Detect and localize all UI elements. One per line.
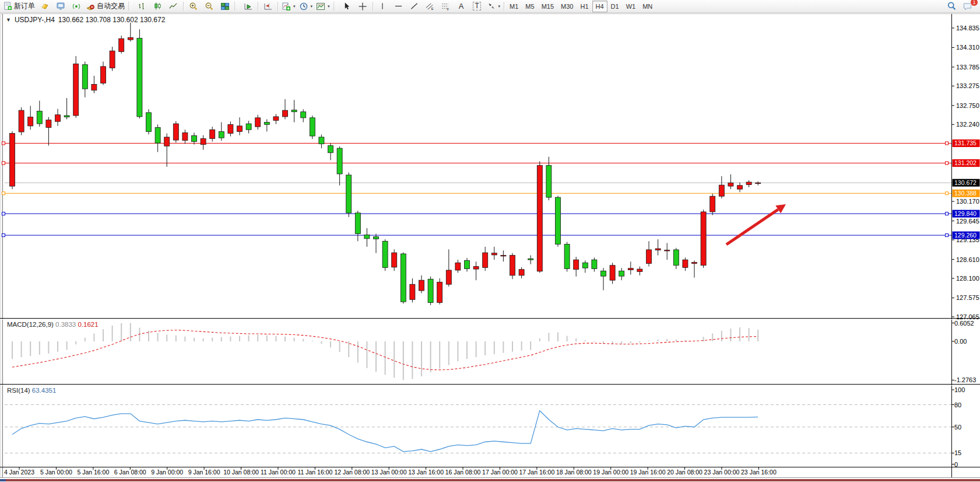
- chart-shift-button[interactable]: [260, 0, 276, 12]
- timeframe-d1[interactable]: D1: [607, 1, 623, 12]
- timeframe-h4[interactable]: H4: [592, 1, 607, 12]
- svg-text:13 Jan 16:00: 13 Jan 16:00: [408, 469, 444, 476]
- zoom-in-button[interactable]: [185, 0, 201, 12]
- indicators-icon: [282, 2, 291, 11]
- svg-text:RSI(14) 63.4351: RSI(14) 63.4351: [7, 387, 56, 394]
- svg-text:-1.2763: -1.2763: [954, 376, 976, 383]
- svg-text:100: 100: [954, 386, 965, 393]
- timeframe-mn[interactable]: MN: [639, 1, 656, 12]
- bar-chart-mode-button[interactable]: [134, 0, 150, 12]
- template-icon: [316, 2, 325, 11]
- periods-button[interactable]: ▾: [297, 0, 315, 12]
- cursor-arrow-icon: [343, 2, 352, 11]
- svg-text:5 Jan 16:00: 5 Jan 16:00: [77, 469, 109, 476]
- text-tool-icon: A: [459, 2, 464, 11]
- svg-text:134.310: 134.310: [956, 44, 979, 51]
- timeframe-w1[interactable]: W1: [623, 1, 640, 12]
- text-label-tool-button[interactable]: T: [469, 0, 485, 12]
- svg-text:E: E: [431, 7, 434, 11]
- timeframe-m30[interactable]: M30: [557, 1, 577, 12]
- toolbar-grip: [234, 2, 238, 11]
- arrows-tool-button[interactable]: ▾: [485, 0, 503, 12]
- svg-text:16 Jan 08:00: 16 Jan 08:00: [445, 469, 481, 476]
- vertical-line-icon: [378, 2, 387, 11]
- toolbar-separator: [373, 2, 373, 11]
- auto-scroll-button[interactable]: [240, 0, 256, 12]
- new-order-button[interactable]: 新订单: [2, 0, 37, 12]
- svg-text:MACD(12,26,9) 0.3833 0.1621: MACD(12,26,9) 0.3833 0.1621: [7, 321, 99, 328]
- tile-windows-button[interactable]: [217, 0, 233, 12]
- vertical-line-tool-button[interactable]: [375, 0, 391, 12]
- svg-text:17 Jan 00:00: 17 Jan 00:00: [482, 469, 518, 476]
- svg-text:9 Jan 00:00: 9 Jan 00:00: [151, 469, 183, 476]
- zoom-out-button[interactable]: [201, 0, 217, 12]
- timeframe-m5[interactable]: M5: [522, 1, 538, 12]
- auto-trading-label: 自动交易: [97, 1, 125, 11]
- svg-text:12 Jan 08:00: 12 Jan 08:00: [334, 469, 370, 476]
- svg-text:129.645: 129.645: [956, 218, 979, 225]
- search-icon: [947, 1, 957, 11]
- horizontal-line-tool-button[interactable]: [391, 0, 406, 12]
- svg-text:0.00: 0.00: [954, 338, 967, 345]
- dropdown-arrow-icon: ▾: [293, 4, 296, 9]
- toolbar-separator: [278, 2, 278, 11]
- trendline-tool-button[interactable]: [406, 0, 422, 12]
- ohlc-values-label: 130.662 130.708 130.602 130.672: [58, 16, 166, 24]
- cursor-tool-button[interactable]: [339, 0, 355, 12]
- crosshair-icon: [358, 2, 367, 11]
- symbol-period-label: USDJPY-,H4: [15, 16, 55, 24]
- signals-button[interactable]: [68, 0, 84, 12]
- text-tool-button[interactable]: A: [454, 0, 469, 12]
- svg-text:6 Jan 08:00: 6 Jan 08:00: [114, 469, 146, 476]
- timeframe-m15[interactable]: M15: [538, 1, 557, 12]
- dropdown-arrow-icon: ▾: [498, 4, 501, 9]
- svg-text:20 Jan 08:00: 20 Jan 08:00: [667, 469, 702, 476]
- quotes-button[interactable]: [37, 0, 52, 12]
- line-chart-icon: [169, 2, 178, 11]
- chart-shift-icon: [264, 2, 273, 11]
- fibonacci-icon: F: [441, 2, 450, 11]
- auto-trading-icon: [86, 2, 95, 11]
- svg-text:129.260: 129.260: [954, 232, 977, 239]
- svg-text:13 Jan 00:00: 13 Jan 00:00: [371, 469, 407, 476]
- toolbar-grip: [333, 2, 338, 11]
- line-chart-mode-button[interactable]: [166, 0, 181, 12]
- svg-text:131.735: 131.735: [954, 139, 977, 146]
- toolbar-separator: [504, 2, 504, 11]
- candlestick-mode-button[interactable]: [150, 0, 166, 12]
- indicators-button[interactable]: ▾: [280, 0, 297, 12]
- market-watch-button[interactable]: [52, 0, 68, 12]
- templates-button[interactable]: ▾: [314, 0, 332, 12]
- gold-ingot-icon: [40, 2, 50, 11]
- fibonacci-tool-button[interactable]: F: [438, 0, 454, 12]
- notifications-button[interactable]: 1: [960, 0, 975, 12]
- timeframe-h1[interactable]: H1: [577, 1, 592, 12]
- svg-text:9 Jan 16:00: 9 Jan 16:00: [188, 469, 220, 476]
- monitor-icon: [56, 2, 65, 11]
- svg-text:80: 80: [954, 401, 961, 408]
- svg-text:127.575: 127.575: [956, 294, 979, 301]
- horizontal-line-icon: [394, 2, 403, 11]
- svg-text:23 Jan 16:00: 23 Jan 16:00: [741, 469, 777, 476]
- svg-text:129.840: 129.840: [954, 210, 977, 217]
- svg-text:4 Jan 2023: 4 Jan 2023: [4, 469, 34, 476]
- toolbar-grip: [128, 2, 132, 11]
- search-button[interactable]: [944, 0, 960, 12]
- svg-text:23 Jan 00:00: 23 Jan 00:00: [704, 469, 740, 476]
- signal-icon: [72, 2, 81, 11]
- main-toolbar: 新订单 自动交易: [0, 0, 980, 13]
- svg-text:F: F: [447, 8, 449, 11]
- collapse-triangle-icon[interactable]: ▼: [6, 17, 11, 23]
- channel-tool-button[interactable]: E: [422, 0, 438, 12]
- price-chart-canvas[interactable]: 134.835134.310133.785133.275132.750132.2…: [0, 0, 980, 482]
- svg-text:5 Jan 00:00: 5 Jan 00:00: [40, 469, 72, 476]
- svg-text:11 Jan 16:00: 11 Jan 16:00: [297, 469, 332, 476]
- timeframe-m1[interactable]: M1: [506, 1, 522, 12]
- auto-trading-button[interactable]: 自动交易: [84, 0, 127, 12]
- text-label-tool-icon: T: [473, 2, 480, 11]
- clock-icon: [299, 2, 308, 11]
- svg-text:134.835: 134.835: [956, 25, 979, 32]
- crosshair-tool-button[interactable]: [355, 0, 371, 12]
- svg-text:10 Jan 08:00: 10 Jan 08:00: [223, 469, 259, 476]
- auto-scroll-icon: [244, 2, 253, 11]
